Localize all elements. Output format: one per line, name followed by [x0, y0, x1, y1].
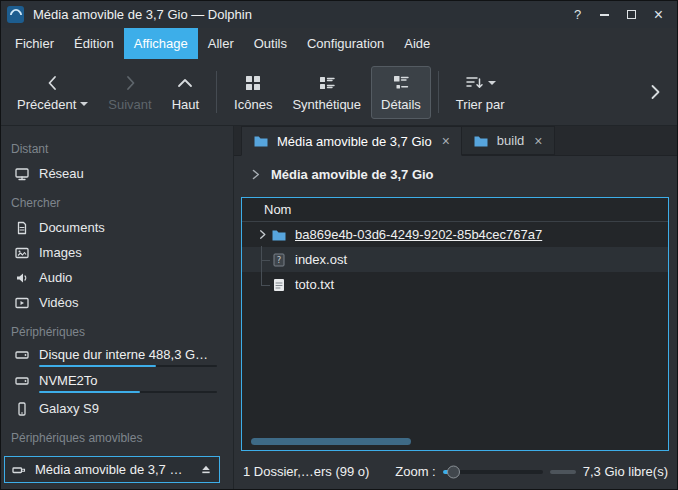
- menu-aide[interactable]: Aide: [394, 28, 440, 59]
- view-compact-label: Synthétique: [292, 97, 361, 112]
- toolbar-overflow-button[interactable]: [645, 82, 665, 102]
- capacity-bar: [39, 365, 217, 367]
- file-row-folder[interactable]: ba869e4b-03d6-4249-9202-85b4cec767a7: [242, 222, 668, 247]
- sidebar-item-documents[interactable]: Documents: [1, 215, 233, 240]
- minimize-button[interactable]: [592, 4, 617, 25]
- chevron-down-icon: [80, 102, 88, 110]
- view-icons-icon: [243, 73, 263, 93]
- up-label: Haut: [172, 97, 199, 112]
- file-name: toto.txt: [295, 277, 334, 292]
- minimize-icon: [600, 14, 609, 16]
- sidebar-item-media-amovible-selected[interactable]: Média amovible de 3,7 …: [4, 456, 220, 483]
- section-header-peripheriques: Périphériques: [1, 315, 233, 344]
- zoom-slider-track[interactable]: [443, 470, 543, 474]
- chevron-right-icon: [645, 82, 665, 102]
- main-area: Média amovible de 3,7 Gio × build × Médi…: [234, 126, 677, 489]
- sidebar-item-label: Média amovible de 3,7 …: [35, 462, 199, 477]
- view-compact-button[interactable]: Synthétique: [282, 66, 371, 119]
- chevron-right-icon: [120, 73, 140, 93]
- chevron-up-icon: [175, 73, 195, 93]
- folder-icon: [271, 227, 287, 243]
- toolbar-separator: [438, 71, 439, 113]
- view-icons-label: Icônes: [234, 97, 272, 112]
- menu-affichage[interactable]: Affichage: [124, 28, 198, 59]
- hard-drive-icon: [14, 373, 30, 389]
- sidebar-item-audio[interactable]: Audio: [1, 265, 233, 290]
- audio-icon: [14, 270, 30, 286]
- back-label: Précédent: [17, 97, 76, 112]
- close-button[interactable]: ×: [646, 4, 671, 25]
- free-space-label: 7,3 Gio libre(s): [583, 464, 668, 479]
- sidebar-item-label: Audio: [39, 270, 72, 285]
- menu-edition[interactable]: Édition: [64, 28, 124, 59]
- back-button[interactable]: Précédent: [7, 66, 98, 119]
- tab-build[interactable]: build ×: [462, 126, 555, 155]
- expand-arrow-icon[interactable]: [254, 229, 270, 240]
- sort-by-label: Trier par: [456, 97, 505, 112]
- sort-icon: [464, 73, 484, 93]
- folder-icon: [473, 133, 489, 149]
- eject-icon[interactable]: [199, 463, 213, 477]
- zoom-slider-handle[interactable]: [447, 465, 460, 478]
- menu-configuration[interactable]: Configuration: [297, 28, 394, 59]
- menu-aller[interactable]: Aller: [198, 28, 244, 59]
- capacity-bar-fill: [39, 365, 156, 367]
- zoom-slider[interactable]: [443, 463, 543, 481]
- images-icon: [14, 245, 30, 261]
- toolbar: Précédent Suivant Haut Icônes Synthétiqu…: [1, 59, 677, 126]
- free-space-gauge: [550, 470, 576, 474]
- chevron-right-icon[interactable]: [249, 168, 262, 181]
- sidebar-item-images[interactable]: Images: [1, 240, 233, 265]
- breadcrumb-current[interactable]: Média amovible de 3,7 Gio: [271, 167, 434, 182]
- sidebar-item-label: Réseau: [39, 166, 84, 181]
- view-compact-icon: [317, 73, 337, 93]
- view-icons-button[interactable]: Icônes: [224, 66, 282, 119]
- column-header-nom[interactable]: Nom: [242, 198, 668, 222]
- tab-media-amovible[interactable]: Média amovible de 3,7 Gio ×: [241, 126, 462, 156]
- section-header-chercher: Chercher: [1, 186, 233, 215]
- menu-outils[interactable]: Outils: [244, 28, 297, 59]
- documents-icon: [14, 220, 30, 236]
- device-info: Disque dur interne 488,3 G…: [39, 347, 233, 367]
- hard-drive-icon: [14, 347, 30, 363]
- window-title: Média amovible de 3,7 Gio — Dolphin: [33, 7, 252, 22]
- file-view: Nom ba869e4b-03d6-4249-9202-85b4cec767a7…: [241, 197, 669, 451]
- dolphin-window: Média amovible de 3,7 Gio — Dolphin ? × …: [0, 0, 678, 490]
- sidebar-item-galaxy-s9[interactable]: Galaxy S9: [1, 396, 233, 421]
- up-button[interactable]: Haut: [162, 66, 209, 119]
- help-button[interactable]: ?: [565, 4, 590, 25]
- tab-close-icon[interactable]: ×: [442, 133, 450, 149]
- zoom-label: Zoom :: [395, 464, 435, 479]
- sidebar-item-label: NVME2To: [39, 373, 217, 388]
- sidebar-item-videos[interactable]: Vidéos: [1, 290, 233, 315]
- sidebar-item-reseau[interactable]: Réseau: [1, 161, 233, 186]
- toolbar-separator: [216, 71, 217, 113]
- tab-close-icon[interactable]: ×: [534, 133, 542, 149]
- sidebar-item-label: Disque dur interne 488,3 G…: [39, 347, 217, 362]
- horizontal-scrollbar-thumb[interactable]: [251, 438, 411, 445]
- sidebar-item-nvme2to[interactable]: NVME2To: [1, 370, 233, 396]
- maximize-button[interactable]: [619, 4, 644, 25]
- capacity-bar: [39, 391, 217, 393]
- tab-bar: Média amovible de 3,7 Gio × build ×: [234, 126, 677, 156]
- maximize-icon: [627, 10, 636, 19]
- menu-fichier[interactable]: Fichier: [5, 28, 64, 59]
- forward-button[interactable]: Suivant: [98, 66, 161, 119]
- chevron-left-icon: [43, 73, 63, 93]
- section-header-amovibles: Périphériques amovibles: [1, 421, 233, 450]
- tab-label: build: [497, 133, 524, 148]
- tab-label: Média amovible de 3,7 Gio: [277, 134, 432, 149]
- dolphin-app-icon: [7, 6, 24, 23]
- view-details-button[interactable]: Détails: [371, 66, 431, 119]
- titlebar: Média amovible de 3,7 Gio — Dolphin ? ×: [1, 1, 677, 28]
- breadcrumb: Média amovible de 3,7 Gio: [234, 156, 677, 193]
- sidebar-item-label: Images: [39, 245, 82, 260]
- sidebar-item-disque-dur[interactable]: Disque dur interne 488,3 G…: [1, 344, 233, 370]
- phone-icon: [14, 401, 30, 417]
- sidebar-item-label: Documents: [39, 220, 105, 235]
- sort-by-button[interactable]: Trier par: [446, 66, 515, 119]
- svg-text:?: ?: [277, 255, 282, 265]
- file-name: ba869e4b-03d6-4249-9202-85b4cec767a7: [295, 227, 542, 242]
- file-row-index-ost[interactable]: ? index.ost: [242, 247, 668, 272]
- file-row-toto-txt[interactable]: toto.txt: [242, 272, 668, 297]
